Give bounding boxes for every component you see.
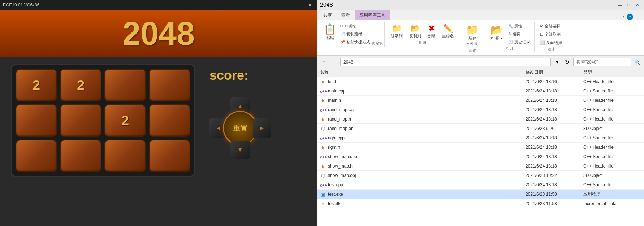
paste-button[interactable]: 📋 粘贴 (321, 22, 338, 46)
clipboard-group: 📋 粘贴 ✂✂ 剪切 📄复制路径 📌粘贴快捷方式 剪贴板 (320, 22, 385, 47)
file-name-cell: h left.h (320, 79, 526, 84)
select-none-button[interactable]: ☐全部取消 (538, 31, 564, 38)
file-name-cell: ▣ test.exe (320, 191, 526, 197)
tab-share[interactable]: 共享 (319, 10, 337, 20)
list-item[interactable]: c++ test.cpp 2021/6/24 18:18 C++ Source … (317, 180, 644, 190)
search-input[interactable] (573, 58, 631, 66)
invert-selection-button[interactable]: ⬜反向选择 (538, 39, 564, 47)
file-type: C++ Header file (583, 164, 641, 169)
list-item[interactable]: ▣ test.exe 2021/6/23 11:58 应用程序 (317, 190, 644, 199)
search-button[interactable]: 🔍 (633, 58, 641, 66)
open-button[interactable]: 📂 打开 ▾ (488, 22, 506, 43)
delete-button[interactable]: ✖ 删除 (425, 22, 438, 40)
file-icon: h (320, 79, 326, 84)
list-item[interactable]: h main.h 2021/6/24 18:18 C++ Header file (317, 96, 644, 105)
ribbon-collapse-icon: ∧ (622, 15, 625, 19)
file-type: C++ Header file (583, 117, 641, 122)
history-button[interactable]: 🕐历史记录 (506, 38, 532, 46)
nav-back-button[interactable]: ← (330, 58, 338, 66)
file-name-cell: h right.h (320, 144, 526, 150)
nav-up-button[interactable]: ↑ (320, 58, 328, 66)
organize-group: 📁 移动到 📂 复制到 ✖ 删除 ✏️ 重命名 (386, 22, 459, 46)
cell-2-2 (104, 140, 146, 172)
select-group: ☑全部选择 ☐全部取消 ⬜反向选择 选择 (536, 22, 566, 52)
list-item[interactable]: h right.h 2021/6/24 18:18 C++ Header fil… (317, 143, 644, 152)
file-modified: 2021/6/23 11:58 (526, 201, 583, 206)
list-item[interactable]: h rand_map.h 2021/6/24 18:18 C++ Header … (317, 114, 644, 124)
game-maximize-button[interactable]: □ (296, 2, 305, 8)
column-header-type[interactable]: 类型 (583, 69, 641, 75)
file-type: C++ Header file (583, 145, 641, 150)
column-header-modified[interactable]: 修改日期 (526, 69, 583, 75)
address-dropdown-button[interactable]: ▾ (553, 58, 561, 66)
list-item[interactable]: ▪ test.ilk 2021/6/23 11:58 Incremental L… (317, 199, 644, 208)
file-icon: ⬡ (320, 173, 326, 178)
explorer-titlebar: 2048 — □ ✕ (317, 0, 644, 10)
file-name: test.exe (328, 192, 343, 197)
cut-button[interactable]: ✂✂ 剪切 (338, 22, 372, 30)
file-type: C++ Source file (583, 182, 641, 187)
file-name-cell: c++ rand_map.cpp (320, 107, 526, 113)
copy-to-button[interactable]: 📂 复制到 (407, 22, 424, 40)
select-all-button[interactable]: ☑全部选择 (538, 22, 564, 30)
column-header-name[interactable]: 名称 (320, 69, 526, 75)
game-close-button[interactable]: ✕ (306, 2, 314, 8)
list-item[interactable]: h left.h 2021/6/24 18:16 C++ Header file (317, 77, 644, 86)
clipboard-group-label: 剪贴板 (372, 41, 383, 46)
file-name-cell: c++ test.cpp (320, 182, 526, 188)
copy-path-button[interactable]: 📄复制路径 (338, 30, 372, 38)
file-modified: 2021/6/24 18:18 (526, 117, 583, 122)
cell-2-3 (149, 140, 190, 172)
file-type: 3D Object (583, 126, 641, 131)
address-bar: ↑ ← ▾ ↻ 🔍 (317, 56, 644, 68)
explorer-minimize-button[interactable]: — (616, 2, 624, 8)
help-button[interactable]: ? (627, 14, 633, 20)
file-icon: h (320, 163, 326, 169)
list-item[interactable]: c++ rand_map.cpp 2021/6/24 18:18 C++ Sou… (317, 105, 644, 114)
move-to-button[interactable]: 📁 移动到 (388, 22, 405, 40)
edit-button[interactable]: ✎编辑 (506, 30, 532, 38)
ribbon: 共享 查看 应用程序工具 ∧ ? 📋 粘贴 ✂✂ 剪切 (317, 10, 644, 56)
refresh-button[interactable]: ↻ (563, 58, 571, 66)
list-item[interactable]: ⬡ rand_map.obj 2021/6/23 9:26 3D Object (317, 124, 644, 133)
file-type: C++ Header file (583, 79, 641, 84)
paste-shortcut-button[interactable]: 📌粘贴快捷方式 (338, 38, 372, 46)
list-item[interactable]: c++ show_map.cpp 2021/6/24 18:18 C++ Sou… (317, 152, 644, 161)
list-item[interactable]: h show_map.h 2021/6/24 18:18 C++ Header … (317, 161, 644, 171)
file-modified: 2021/6/24 18:18 (526, 98, 583, 103)
cell-0-0: 2 (16, 69, 57, 101)
reset-button[interactable]: 重置 (223, 111, 258, 145)
rename-button[interactable]: ✏️ 重命名 (440, 22, 457, 40)
explorer-maximize-button[interactable]: □ (624, 2, 632, 8)
new-group-label: 新建 (469, 48, 476, 53)
tab-app-tools[interactable]: 应用程序工具 (355, 10, 390, 20)
list-item[interactable]: c++ main.cpp 2021/6/24 18:18 C++ Source … (317, 86, 644, 96)
new-group: 📁 新建 文件夹 新建 (461, 22, 484, 54)
arrow-up-icon (237, 103, 243, 110)
dpad-right-button[interactable] (253, 118, 271, 138)
properties-button[interactable]: 🔧属性 (506, 22, 532, 30)
file-modified: 2021/6/24 18:18 (526, 164, 583, 169)
dpad-control[interactable]: 重置 (209, 97, 271, 159)
file-name: main.h (328, 98, 341, 103)
file-name: test.ilk (328, 201, 340, 206)
game-minimize-button[interactable]: — (287, 2, 295, 8)
tab-view[interactable]: 查看 (337, 10, 355, 20)
new-folder-button[interactable]: 📁 新建 文件夹 (463, 22, 481, 48)
file-name-cell: ⬡ show_map.obj (320, 173, 526, 178)
list-item[interactable]: ⬡ show_map.obj 2021/6/23 10:22 3D Object (317, 171, 644, 180)
select-group-label: 选择 (538, 47, 564, 52)
file-name-cell: h show_map.h (320, 163, 526, 169)
list-item[interactable]: c++ right.cpp 2021/6/24 18:18 C++ Source… (317, 133, 644, 143)
dpad-down-button[interactable] (230, 141, 250, 159)
arrow-left-icon (216, 125, 221, 131)
cell-1-1 (60, 104, 101, 137)
file-type: C++ Source file (583, 135, 641, 140)
file-modified: 2021/6/24 18:18 (526, 145, 583, 150)
file-icon: h (320, 144, 326, 150)
address-input[interactable] (340, 58, 551, 66)
cell-1-0 (16, 104, 57, 137)
game-window: EGE19.01 VC6x86 — □ ✕ 2048 2 2 2 (0, 0, 317, 226)
cell-0-2 (104, 69, 146, 101)
explorer-close-button[interactable]: ✕ (633, 2, 641, 8)
